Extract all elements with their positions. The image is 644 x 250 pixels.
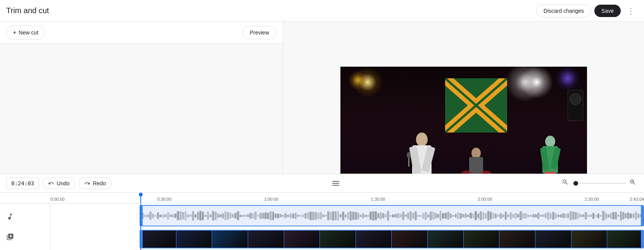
ruler-content: 0:00:00 0:30:00 1:00:00 1:30:00 2:00:00 … [50, 193, 644, 203]
discard-changes-button[interactable]: Discard changes [536, 4, 591, 17]
stage-light-warm [348, 71, 368, 90]
new-cut-button[interactable]: + New cut [6, 26, 45, 40]
svg-point-5 [416, 133, 428, 147]
video-track-icon [6, 233, 44, 241]
undo-button[interactable]: Undo [42, 178, 75, 189]
timeline-ruler: 0:00:00 0:30:00 1:00:00 1:30:00 2:00:00 … [0, 193, 644, 203]
ruler-playhead [140, 193, 141, 203]
ruler-mark-2: 1:00:00 [264, 197, 278, 202]
svg-point-18 [545, 136, 555, 147]
tracks-content [50, 203, 644, 250]
audio-track-icon [6, 213, 44, 221]
speaker-right [568, 90, 583, 121]
audio-track[interactable] [140, 205, 644, 226]
ruler-mark-6: 2:43:04 [630, 197, 644, 202]
app-header: Trim and cut Discard changes Save ⋮ [0, 0, 644, 22]
timeline-center [115, 179, 557, 187]
zoom-in-button[interactable] [628, 177, 638, 189]
more-options-button[interactable]: ⋮ [624, 5, 638, 17]
header-actions: Discard changes Save ⋮ [536, 4, 638, 17]
track-icons [0, 203, 50, 250]
svg-point-13 [471, 148, 481, 159]
tracks-area [0, 203, 644, 250]
zoom-track-fill [578, 183, 626, 184]
audio-trim-right[interactable] [641, 206, 644, 226]
undo-label: Undo [57, 180, 69, 186]
flag-x-svg [445, 78, 507, 133]
plus-icon: + [13, 29, 16, 36]
drag-line-1 [332, 181, 339, 182]
ruler-mark-1: 0:30:00 [157, 197, 172, 202]
zoom-out-icon [562, 179, 569, 186]
music-note-icon [6, 213, 14, 221]
timeline-drag-handle[interactable] [331, 179, 341, 187]
video-trim-right[interactable] [641, 231, 644, 248]
ruler-mark-5: 2:30:00 [585, 197, 599, 202]
page-title: Trim and cut [6, 6, 49, 15]
cut-toolbar: + New cut Preview [0, 22, 283, 44]
new-cut-label: New cut [19, 29, 38, 36]
video-camera-icon [6, 233, 14, 241]
tracks-playhead [140, 203, 141, 250]
zoom-in-icon [629, 179, 636, 186]
timeline-zoom [560, 177, 638, 189]
zoom-track [572, 183, 626, 184]
waveform [142, 210, 642, 222]
ruler-playhead-handle [139, 193, 143, 197]
undo-icon [48, 180, 54, 186]
drag-line-3 [332, 185, 339, 186]
redo-label: Redo [93, 180, 105, 186]
video-track[interactable] [140, 230, 644, 248]
ruler-mark-4: 2:00:00 [478, 197, 492, 202]
svg-point-12 [407, 152, 411, 158]
stage-light-purple [556, 67, 579, 90]
zoom-thumb [573, 181, 578, 186]
ruler-mark-3: 1:30:00 [371, 197, 385, 202]
redo-icon [84, 180, 90, 186]
drag-line-2 [332, 183, 339, 184]
timeline-section: 0:24:03 Undo Redo [0, 174, 644, 250]
redo-button[interactable]: Redo [78, 178, 111, 189]
timeline-toolbar: 0:24:03 Undo Redo [0, 174, 644, 193]
time-display: 0:24:03 [6, 178, 39, 189]
save-button[interactable]: Save [594, 5, 621, 17]
ruler-mark-0: 0:00:00 [50, 197, 65, 202]
zoom-out-button[interactable] [560, 177, 570, 189]
preview-button[interactable]: Preview [242, 26, 276, 39]
